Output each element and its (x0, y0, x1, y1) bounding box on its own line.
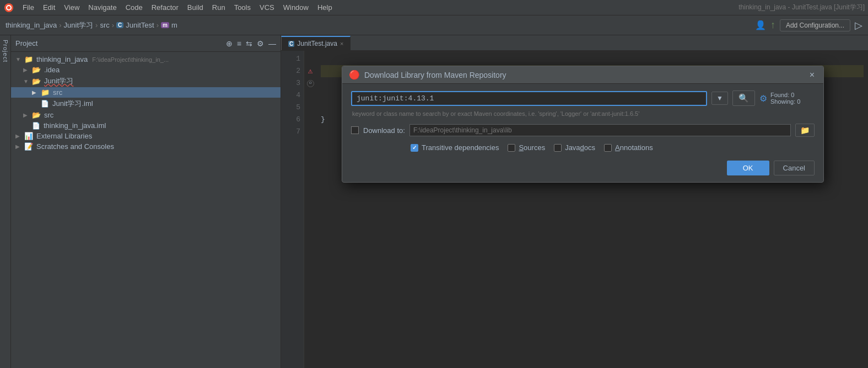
tree-label-underline: Junit学习 (44, 76, 73, 86)
root-arrow: ▼ (15, 56, 23, 62)
tree-label: src (44, 111, 53, 119)
arrow-icon: ▶ (15, 133, 23, 139)
folder-yellow-icon: 📁 (41, 88, 50, 97)
annotations-label: Annotations (615, 143, 653, 152)
list-item[interactable]: ▼ 📂 Junit学习 (11, 75, 281, 87)
list-item[interactable]: ▶ 📂 src (11, 110, 281, 120)
breadcrumb-sep3: › (112, 21, 114, 29)
found-showing: Found: 0 Showing: 0 (770, 92, 815, 105)
search-execute-button[interactable]: 🔍 (732, 90, 755, 106)
dialog-title-icon: 🔴 (349, 70, 360, 80)
panel-icon-collapse[interactable]: ⇆ (246, 39, 252, 48)
menu-view[interactable]: View (60, 2, 83, 13)
menu-edit[interactable]: Edit (39, 2, 59, 13)
tree-label: Junit学习.iml (52, 99, 93, 109)
hint-gutter-icon: ○ (307, 80, 314, 87)
cancel-button[interactable]: Cancel (774, 161, 815, 175)
list-item[interactable]: 📄 Junit学习.iml (11, 98, 281, 110)
iml-icon: 📄 (32, 122, 40, 130)
menu-build[interactable]: Build (184, 2, 207, 13)
panel-title: Project (15, 39, 222, 47)
tab-junitest[interactable]: C JunitTest.java × (281, 36, 351, 50)
window-title: thinking_in_java - JunitTest.java [Junit… (738, 3, 865, 12)
breadcrumb-sep4: › (157, 21, 159, 29)
panel-icon-minimize[interactable]: — (268, 39, 276, 48)
arrow-icon: ▶ (23, 67, 31, 73)
transitive-option: ✓ Transitive dependencies (411, 143, 499, 152)
folder-icon: 📂 (32, 66, 41, 74)
transitive-checkbox[interactable]: ✓ (411, 144, 418, 152)
arrow-icon: ▶ (15, 143, 23, 150)
maven-search-input[interactable] (351, 91, 707, 106)
user-icon[interactable]: 👤 (755, 20, 766, 30)
error-gutter-icon: ⚠ (308, 65, 312, 77)
run-button[interactable]: ▷ (855, 19, 862, 31)
breadcrumb-sep2: › (95, 21, 98, 29)
list-item[interactable]: ▶ 📝 Scratches and Consoles (11, 141, 281, 152)
menu-window[interactable]: Window (279, 2, 312, 13)
breadcrumb-project[interactable]: thinking_in_java (6, 21, 57, 29)
panel-icon-scroll[interactable]: ≡ (237, 39, 241, 48)
browse-folder-button[interactable]: 📁 (795, 124, 815, 137)
panel-icon-settings[interactable]: ⚙ (257, 39, 264, 48)
menu-code[interactable]: Code (122, 2, 147, 13)
arrow-icon: ▶ (23, 112, 31, 118)
project-sidebar-tab[interactable]: Project (0, 35, 11, 368)
ok-button[interactable]: OK (727, 161, 769, 175)
project-tab-label[interactable]: Project (2, 40, 9, 62)
root-folder-icon: 📁 (24, 55, 33, 63)
search-hint: keyword or class name to search by or ex… (351, 110, 815, 117)
dialog-buttons: OK Cancel (351, 161, 815, 175)
code-line-1: public class JunitTest { (321, 53, 864, 65)
breadcrumb-method[interactable]: m (171, 21, 177, 29)
list-item[interactable]: 📄 thinking_in_java.iml (11, 120, 281, 131)
breadcrumb: thinking_in_java › Junit学习 › src › C Jun… (6, 20, 752, 30)
dialog-close-button[interactable]: × (807, 70, 817, 80)
menu-help[interactable]: Help (314, 2, 336, 13)
annotations-checkbox[interactable] (604, 144, 612, 152)
app-logo (3, 2, 14, 13)
list-item[interactable]: ▶ 📊 External Libraries (11, 131, 281, 141)
menu-run[interactable]: Run (208, 2, 229, 13)
breadcrumb-sep1: › (59, 21, 61, 29)
download-to-row: Download to: 📁 (351, 124, 815, 137)
menu-file[interactable]: File (19, 2, 38, 13)
tree-label: .idea (44, 66, 60, 74)
project-tree: ▼ 📁 thinking_in_java F:\ideaProject\thin… (11, 52, 281, 368)
menu-tools[interactable]: Tools (230, 2, 255, 13)
list-item[interactable]: ▶ 📁 src (11, 87, 281, 98)
download-path-input[interactable] (409, 124, 791, 136)
tree-root[interactable]: ▼ 📁 thinking_in_java F:\ideaProject\thin… (11, 54, 281, 65)
iml-icon: 📄 (41, 100, 49, 108)
list-item[interactable]: ▶ 📂 .idea (11, 65, 281, 75)
search-row: ▼ 🔍 ⚙ Found: 0 Showing: 0 (351, 90, 815, 106)
search-status: ⚙ Found: 0 Showing: 0 (759, 92, 815, 105)
download-library-dialog[interactable]: 🔴 Download Library from Maven Repository… (342, 66, 824, 183)
sources-checkbox[interactable] (508, 144, 515, 152)
lib-icon: 📊 (24, 132, 33, 140)
javadocs-label: Javadocs (565, 143, 595, 152)
javadocs-checkbox[interactable] (554, 144, 562, 152)
dialog-title: Download Library from Maven Repository (364, 71, 803, 79)
panel-icon-add[interactable]: ⊕ (226, 39, 233, 48)
dialog-body: ▼ 🔍 ⚙ Found: 0 Showing: 0 keyword or cla… (342, 84, 823, 182)
menu-vcs[interactable]: VCS (256, 2, 278, 13)
transitive-label: Transitive dependencies (422, 143, 499, 152)
options-row: ✓ Transitive dependencies Sources J (351, 143, 815, 152)
breadcrumb-module[interactable]: Junit学习 (64, 20, 93, 30)
menu-refactor[interactable]: Refactor (148, 2, 182, 13)
download-to-checkbox[interactable] (351, 126, 359, 134)
menu-navigate[interactable]: Navigate (84, 2, 120, 13)
line-numbers: 1 2 3 4 5 6 7 (281, 51, 304, 368)
spinning-icon: ⚙ (759, 93, 767, 104)
dialog-titlebar: 🔴 Download Library from Maven Repository… (342, 66, 823, 84)
svg-point-2 (7, 6, 10, 9)
tab-close-icon[interactable]: × (340, 40, 343, 47)
breadcrumb-src[interactable]: src (100, 21, 109, 29)
arrow-icon: ▼ (23, 78, 31, 84)
search-dropdown-button[interactable]: ▼ (711, 92, 728, 105)
add-configuration-button[interactable]: Add Configuration... (780, 19, 850, 31)
vcs-update-icon[interactable]: ↑ (770, 19, 775, 31)
javadocs-option: Javadocs (554, 143, 595, 152)
breadcrumb-classname[interactable]: JunitTest (126, 21, 154, 29)
